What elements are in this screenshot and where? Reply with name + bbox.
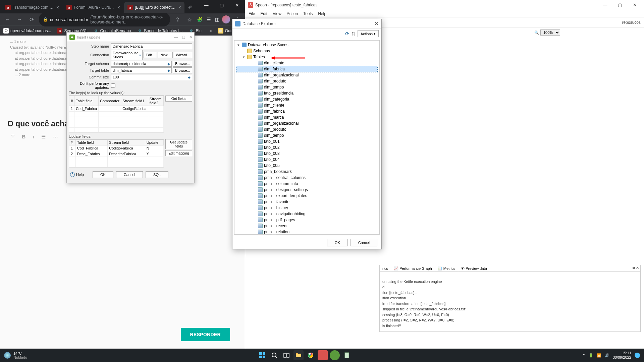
chrome-tab-2-active[interactable]: a [Bug] Erro ao conectar o Br × <box>124 2 184 13</box>
menu-help[interactable]: Help <box>318 11 326 16</box>
table-row[interactable]: 1 Cod_Fabrica = CodigoFabrica <box>69 106 164 112</box>
tree-tables-folder[interactable]: ▾Tables <box>236 54 377 60</box>
tree-table-item[interactable]: fato_002 <box>236 144 377 150</box>
tree-table-item[interactable]: dim_categoria <box>236 96 377 102</box>
popout-icon[interactable]: ⧉ <box>633 266 635 271</box>
tree-table-item[interactable]: pma__export_templates <box>236 193 377 199</box>
tree-table-item[interactable]: dim_tempo <box>236 132 377 138</box>
italic-icon[interactable]: i <box>33 134 34 140</box>
target-table-input[interactable]: dim_fabrica◆ <box>111 67 172 73</box>
log-tab-perf[interactable]: 📈 Performance Graph <box>391 265 435 272</box>
target-schema-input[interactable]: datamartpresidencia◆ <box>111 61 172 67</box>
tree-table-item[interactable]: dim_cliente <box>236 60 377 66</box>
tree-table-item[interactable]: pma__column_info <box>236 181 377 187</box>
perspective-label[interactable]: reposucos <box>622 20 641 25</box>
expand-collapse-icon[interactable]: ⇅ <box>352 31 356 37</box>
tree-table-item[interactable]: dim_produto <box>236 78 377 84</box>
tree-schemas[interactable]: Schemas <box>236 48 377 54</box>
tree-table-item[interactable]: pma__pdf_pages <box>236 217 377 223</box>
back-icon[interactable]: ← <box>3 16 12 22</box>
edit-mapping-button[interactable]: Edit mapping <box>165 150 192 156</box>
collapse-icon[interactable]: ▾ <box>242 54 246 60</box>
forward-icon[interactable]: → <box>15 16 24 22</box>
tree-table-item[interactable]: pma__navigationhiding <box>236 211 377 217</box>
minimize-icon[interactable]: — <box>598 0 612 10</box>
get-fields-button[interactable]: Get fields <box>165 96 192 102</box>
wizard-connection-button[interactable]: Wizard... <box>174 52 192 58</box>
wifi-icon[interactable]: 📶 <box>597 353 601 358</box>
weather-widget[interactable]: 14°C Nublado <box>0 351 31 359</box>
close-icon[interactable]: × <box>178 5 181 10</box>
chrome-tab-0[interactable]: a Transformação com ETL: Pe × <box>2 2 62 13</box>
sql-button[interactable]: SQL <box>146 171 168 178</box>
tree-table-item[interactable]: fato_presidencia <box>236 90 377 96</box>
tree-table-item[interactable]: dim_cliente <box>236 102 377 108</box>
get-update-fields-button[interactable]: Get update fields <box>165 139 192 149</box>
bookmark-item[interactable]: ⎔opencv/data/haarcas... <box>3 28 51 34</box>
tree-root[interactable]: ▾Datawarehouse Sucos <box>236 42 377 48</box>
log-body[interactable]: on using the Kettle execution engine d. … <box>380 272 640 331</box>
refresh-icon[interactable]: ⟳ <box>345 31 350 37</box>
update-fields-table[interactable]: # Table field Stream field Update 1 Cod_… <box>69 139 164 168</box>
tree-table-item[interactable]: pma__relation <box>236 229 377 235</box>
tree-table-item[interactable]: dim_fabrica <box>236 108 377 114</box>
table-row[interactable]: 1 Cod_Fabrica CodigoFabrica N <box>69 145 164 151</box>
maximize-icon[interactable]: ▢ <box>182 35 185 39</box>
close-icon[interactable]: ✕ <box>636 266 639 271</box>
tree-table-item[interactable]: dim_organizacional <box>236 120 377 126</box>
maximize-icon[interactable]: ▢ <box>612 0 627 10</box>
menu-tools[interactable]: Tools <box>303 11 313 16</box>
log-tab-other[interactable]: rics <box>380 265 391 272</box>
cancel-button[interactable]: Cancel <box>116 171 143 178</box>
minimize-icon[interactable]: — <box>174 35 178 39</box>
tree-table-item[interactable]: pma__favorite <box>236 199 377 205</box>
close-icon[interactable]: ✕ <box>374 20 379 27</box>
notifications-icon[interactable] <box>635 353 640 358</box>
more-icon[interactable]: ⋯ <box>53 134 58 140</box>
bold-icon[interactable]: B <box>22 134 25 140</box>
share-icon[interactable]: ⇪ <box>173 16 182 23</box>
explorer-tree[interactable]: ▾Datawarehouse Sucos Schemas ▾Tables dim… <box>234 40 380 235</box>
tree-table-item[interactable]: dim_marca <box>236 114 377 120</box>
tree-table-item[interactable]: pma__designer_settings <box>236 187 377 193</box>
step-name-input[interactable] <box>111 43 192 49</box>
browse-table-button[interactable]: Browse... <box>173 67 192 73</box>
ok-button[interactable]: OK <box>93 171 113 178</box>
text-icon[interactable]: T <box>11 134 14 140</box>
tree-table-item[interactable]: dim_tempo <box>236 84 377 90</box>
notepad-taskbar-icon[interactable] <box>342 350 352 360</box>
browse-schema-button[interactable]: Browse... <box>173 61 192 67</box>
tree-table-item[interactable]: pma_bookmark <box>236 169 377 175</box>
list-icon[interactable]: ☰ <box>41 134 46 140</box>
battery-icon[interactable]: 🔋 <box>589 353 593 358</box>
panel-icon[interactable]: ▥ <box>215 17 219 22</box>
volume-icon[interactable]: 🔊 <box>605 353 609 358</box>
help-link[interactable]: ?Help <box>70 172 84 177</box>
tree-table-item[interactable]: dim_fabrica <box>236 66 377 72</box>
ok-button[interactable]: OK <box>327 239 348 246</box>
close-icon[interactable]: ✕ <box>627 0 642 10</box>
chrome-taskbar-icon[interactable] <box>306 350 316 360</box>
tree-table-item[interactable]: pma__central_columns <box>236 175 377 181</box>
star-icon[interactable]: ☆ <box>185 16 194 23</box>
url-input[interactable]: 🔒 cursos.alura.com.br/forum/topico-bug-e… <box>39 12 170 26</box>
puzzle-icon[interactable]: 🧩 <box>197 17 203 22</box>
log-tab-metrics[interactable]: 📊 Metrics <box>435 265 458 272</box>
close-icon[interactable]: ✕ <box>229 0 245 10</box>
close-icon[interactable]: × <box>117 5 120 10</box>
tree-table-item[interactable]: fato_001 <box>236 138 377 144</box>
respond-button[interactable]: RESPONDER <box>181 328 230 341</box>
list-icon[interactable]: ☰ <box>207 17 211 22</box>
minimize-icon[interactable]: — <box>199 0 214 10</box>
explorer-icon[interactable] <box>293 350 304 360</box>
tray-overflow-icon[interactable]: ⌃ <box>582 353 585 358</box>
profile-avatar[interactable] <box>222 15 230 23</box>
spoon-taskbar-icon[interactable] <box>318 350 328 360</box>
menu-view[interactable]: View <box>273 11 281 16</box>
tree-table-item[interactable]: fato_004 <box>236 157 377 163</box>
chevron-down-icon[interactable]: ⌄ <box>183 0 199 10</box>
chevron-down-icon[interactable]: ▾ <box>139 53 141 57</box>
chrome-tab-1[interactable]: a Fórum | Alura - Cursos onli × <box>63 2 123 13</box>
tree-table-item[interactable]: fato_005 <box>236 163 377 169</box>
task-view-icon[interactable] <box>281 350 291 360</box>
